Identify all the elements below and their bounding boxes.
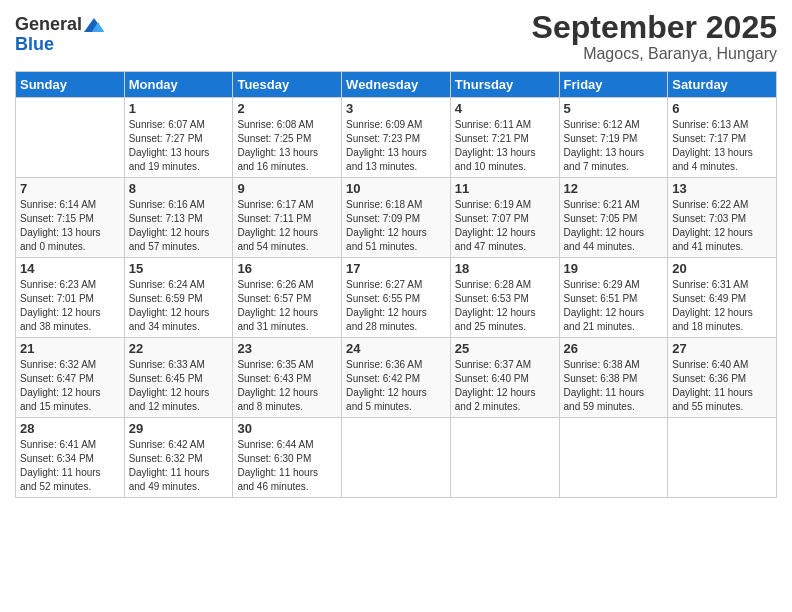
day-info: Sunrise: 6:32 AMSunset: 6:47 PMDaylight:…: [20, 358, 120, 414]
day-info: Sunrise: 6:37 AMSunset: 6:40 PMDaylight:…: [455, 358, 555, 414]
day-number: 5: [564, 101, 664, 116]
day-info: Sunrise: 6:23 AMSunset: 7:01 PMDaylight:…: [20, 278, 120, 334]
day-cell: 16Sunrise: 6:26 AMSunset: 6:57 PMDayligh…: [233, 258, 342, 338]
day-number: 29: [129, 421, 229, 436]
week-row-4: 21Sunrise: 6:32 AMSunset: 6:47 PMDayligh…: [16, 338, 777, 418]
day-number: 13: [672, 181, 772, 196]
day-cell: 30Sunrise: 6:44 AMSunset: 6:30 PMDayligh…: [233, 418, 342, 498]
day-info: Sunrise: 6:33 AMSunset: 6:45 PMDaylight:…: [129, 358, 229, 414]
day-cell: 27Sunrise: 6:40 AMSunset: 6:36 PMDayligh…: [668, 338, 777, 418]
day-cell: 22Sunrise: 6:33 AMSunset: 6:45 PMDayligh…: [124, 338, 233, 418]
day-info: Sunrise: 6:44 AMSunset: 6:30 PMDaylight:…: [237, 438, 337, 494]
day-info: Sunrise: 6:26 AMSunset: 6:57 PMDaylight:…: [237, 278, 337, 334]
day-number: 17: [346, 261, 446, 276]
month-title: September 2025: [532, 10, 777, 45]
day-info: Sunrise: 6:42 AMSunset: 6:32 PMDaylight:…: [129, 438, 229, 494]
day-number: 22: [129, 341, 229, 356]
header-cell-friday: Friday: [559, 72, 668, 98]
day-cell: 19Sunrise: 6:29 AMSunset: 6:51 PMDayligh…: [559, 258, 668, 338]
day-info: Sunrise: 6:40 AMSunset: 6:36 PMDaylight:…: [672, 358, 772, 414]
day-info: Sunrise: 6:19 AMSunset: 7:07 PMDaylight:…: [455, 198, 555, 254]
day-number: 8: [129, 181, 229, 196]
day-cell: 3Sunrise: 6:09 AMSunset: 7:23 PMDaylight…: [342, 98, 451, 178]
week-row-1: 1Sunrise: 6:07 AMSunset: 7:27 PMDaylight…: [16, 98, 777, 178]
logo: General Blue: [15, 15, 104, 55]
day-number: 1: [129, 101, 229, 116]
day-number: 26: [564, 341, 664, 356]
day-number: 28: [20, 421, 120, 436]
day-cell: 29Sunrise: 6:42 AMSunset: 6:32 PMDayligh…: [124, 418, 233, 498]
day-number: 11: [455, 181, 555, 196]
day-info: Sunrise: 6:17 AMSunset: 7:11 PMDaylight:…: [237, 198, 337, 254]
day-number: 30: [237, 421, 337, 436]
day-cell: [668, 418, 777, 498]
logo-blue: Blue: [15, 35, 54, 55]
day-number: 2: [237, 101, 337, 116]
week-row-5: 28Sunrise: 6:41 AMSunset: 6:34 PMDayligh…: [16, 418, 777, 498]
day-cell: 12Sunrise: 6:21 AMSunset: 7:05 PMDayligh…: [559, 178, 668, 258]
week-row-3: 14Sunrise: 6:23 AMSunset: 7:01 PMDayligh…: [16, 258, 777, 338]
header-cell-saturday: Saturday: [668, 72, 777, 98]
day-info: Sunrise: 6:13 AMSunset: 7:17 PMDaylight:…: [672, 118, 772, 174]
day-number: 16: [237, 261, 337, 276]
day-number: 4: [455, 101, 555, 116]
day-number: 12: [564, 181, 664, 196]
day-info: Sunrise: 6:35 AMSunset: 6:43 PMDaylight:…: [237, 358, 337, 414]
day-number: 6: [672, 101, 772, 116]
day-info: Sunrise: 6:07 AMSunset: 7:27 PMDaylight:…: [129, 118, 229, 174]
day-cell: 17Sunrise: 6:27 AMSunset: 6:55 PMDayligh…: [342, 258, 451, 338]
day-info: Sunrise: 6:11 AMSunset: 7:21 PMDaylight:…: [455, 118, 555, 174]
day-cell: 8Sunrise: 6:16 AMSunset: 7:13 PMDaylight…: [124, 178, 233, 258]
day-cell: [16, 98, 125, 178]
header-row: SundayMondayTuesdayWednesdayThursdayFrid…: [16, 72, 777, 98]
day-number: 19: [564, 261, 664, 276]
day-number: 24: [346, 341, 446, 356]
logo-icon: [84, 18, 104, 32]
calendar-header: SundayMondayTuesdayWednesdayThursdayFrid…: [16, 72, 777, 98]
day-number: 20: [672, 261, 772, 276]
day-cell: 18Sunrise: 6:28 AMSunset: 6:53 PMDayligh…: [450, 258, 559, 338]
header-cell-tuesday: Tuesday: [233, 72, 342, 98]
day-number: 25: [455, 341, 555, 356]
day-cell: 13Sunrise: 6:22 AMSunset: 7:03 PMDayligh…: [668, 178, 777, 258]
day-cell: 5Sunrise: 6:12 AMSunset: 7:19 PMDaylight…: [559, 98, 668, 178]
day-number: 21: [20, 341, 120, 356]
calendar: SundayMondayTuesdayWednesdayThursdayFrid…: [15, 71, 777, 498]
day-info: Sunrise: 6:12 AMSunset: 7:19 PMDaylight:…: [564, 118, 664, 174]
day-cell: 2Sunrise: 6:08 AMSunset: 7:25 PMDaylight…: [233, 98, 342, 178]
day-info: Sunrise: 6:14 AMSunset: 7:15 PMDaylight:…: [20, 198, 120, 254]
day-number: 9: [237, 181, 337, 196]
header-cell-sunday: Sunday: [16, 72, 125, 98]
day-cell: 6Sunrise: 6:13 AMSunset: 7:17 PMDaylight…: [668, 98, 777, 178]
day-cell: 9Sunrise: 6:17 AMSunset: 7:11 PMDaylight…: [233, 178, 342, 258]
day-info: Sunrise: 6:24 AMSunset: 6:59 PMDaylight:…: [129, 278, 229, 334]
day-number: 15: [129, 261, 229, 276]
day-info: Sunrise: 6:22 AMSunset: 7:03 PMDaylight:…: [672, 198, 772, 254]
day-info: Sunrise: 6:18 AMSunset: 7:09 PMDaylight:…: [346, 198, 446, 254]
day-cell: 7Sunrise: 6:14 AMSunset: 7:15 PMDaylight…: [16, 178, 125, 258]
day-cell: [450, 418, 559, 498]
calendar-body: 1Sunrise: 6:07 AMSunset: 7:27 PMDaylight…: [16, 98, 777, 498]
day-cell: 10Sunrise: 6:18 AMSunset: 7:09 PMDayligh…: [342, 178, 451, 258]
week-row-2: 7Sunrise: 6:14 AMSunset: 7:15 PMDaylight…: [16, 178, 777, 258]
day-info: Sunrise: 6:41 AMSunset: 6:34 PMDaylight:…: [20, 438, 120, 494]
day-cell: 20Sunrise: 6:31 AMSunset: 6:49 PMDayligh…: [668, 258, 777, 338]
day-cell: 23Sunrise: 6:35 AMSunset: 6:43 PMDayligh…: [233, 338, 342, 418]
header-cell-wednesday: Wednesday: [342, 72, 451, 98]
day-cell: 11Sunrise: 6:19 AMSunset: 7:07 PMDayligh…: [450, 178, 559, 258]
day-number: 7: [20, 181, 120, 196]
day-cell: [342, 418, 451, 498]
day-info: Sunrise: 6:36 AMSunset: 6:42 PMDaylight:…: [346, 358, 446, 414]
day-number: 14: [20, 261, 120, 276]
day-cell: 28Sunrise: 6:41 AMSunset: 6:34 PMDayligh…: [16, 418, 125, 498]
day-cell: 1Sunrise: 6:07 AMSunset: 7:27 PMDaylight…: [124, 98, 233, 178]
header-cell-thursday: Thursday: [450, 72, 559, 98]
day-number: 18: [455, 261, 555, 276]
day-info: Sunrise: 6:08 AMSunset: 7:25 PMDaylight:…: [237, 118, 337, 174]
day-number: 27: [672, 341, 772, 356]
day-cell: 14Sunrise: 6:23 AMSunset: 7:01 PMDayligh…: [16, 258, 125, 338]
day-cell: 24Sunrise: 6:36 AMSunset: 6:42 PMDayligh…: [342, 338, 451, 418]
day-info: Sunrise: 6:16 AMSunset: 7:13 PMDaylight:…: [129, 198, 229, 254]
day-number: 10: [346, 181, 446, 196]
day-info: Sunrise: 6:38 AMSunset: 6:38 PMDaylight:…: [564, 358, 664, 414]
